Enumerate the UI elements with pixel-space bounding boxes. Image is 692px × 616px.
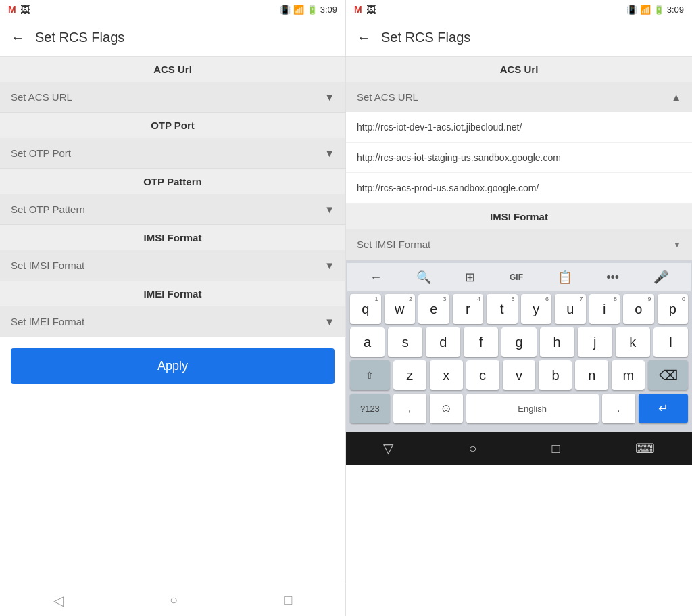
- kb-num-8: 8: [614, 295, 617, 302]
- right-app-bar: ← Set RCS Flags: [346, 19, 692, 57]
- recents-nav-icon[interactable]: □: [284, 592, 292, 608]
- kb-num-0: 0: [682, 295, 685, 302]
- kb-key-y[interactable]: 6y: [521, 294, 552, 324]
- kb-key-l[interactable]: l: [653, 327, 688, 357]
- right-status-right: 📳 📶 🔋 3:09: [626, 5, 684, 15]
- right-imsi-header: IMSI Format: [346, 204, 692, 229]
- kb-clipboard-btn[interactable]: 📋: [552, 267, 578, 287]
- right-imsi-row[interactable]: Set IMSI Format ▼: [346, 229, 692, 260]
- right-panel: M 🖼 📳 📶 🔋 3:09 ← Set RCS Flags ACS Url S…: [346, 0, 692, 616]
- kb-emoji-key[interactable]: ☺: [430, 394, 463, 423]
- kb-enter-key[interactable]: ↵: [639, 394, 688, 423]
- kb-key-e[interactable]: 3e: [418, 294, 449, 324]
- kb-shift-key[interactable]: ⇧: [350, 360, 390, 390]
- back-nav-icon[interactable]: ◁: [53, 592, 64, 609]
- left-status-right: 📳 📶 🔋 3:09: [280, 5, 337, 15]
- kb-key-p[interactable]: 0p: [658, 294, 689, 324]
- right-acs-label: Set ACS URL: [357, 91, 418, 103]
- right-status-icons: M 🖼: [354, 4, 376, 15]
- kb-key-d[interactable]: d: [426, 327, 460, 357]
- otp-port-header: OTP Port: [0, 113, 345, 138]
- acs-option-2[interactable]: http://rcs-acs-iot-staging-us.sandbox.go…: [346, 143, 692, 173]
- otp-port-dropdown[interactable]: Set OTP Port ▼: [0, 138, 345, 169]
- imei-format-dropdown[interactable]: Set IMEI Format ▼: [0, 306, 345, 337]
- kb-row-1: 1q 2w 3e 4r 5t 6y 7u 8i 9o 0p: [347, 294, 691, 324]
- right-back-button[interactable]: ←: [357, 30, 370, 45]
- left-status-icons: M 🖼: [8, 4, 30, 15]
- kb-more-btn[interactable]: •••: [601, 268, 624, 287]
- kb-key-o[interactable]: 9o: [623, 294, 654, 324]
- right-back-nav-icon[interactable]: ▽: [383, 440, 393, 456]
- kb-delete-key[interactable]: ⌫: [648, 360, 688, 390]
- acs-option-3[interactable]: http://rcs-acs-prod-us.sandbox.google.co…: [346, 173, 692, 204]
- imsi-format-dropdown[interactable]: Set IMSI Format ▼: [0, 250, 345, 281]
- kb-num-9: 9: [647, 295, 651, 302]
- kb-key-j[interactable]: j: [578, 327, 612, 357]
- imei-format-placeholder: Set IMEI Format: [11, 316, 84, 327]
- kb-row-2: a s d f g h j k l: [347, 327, 691, 357]
- kb-key-t[interactable]: 5t: [487, 294, 518, 324]
- kb-key-q[interactable]: 1q: [350, 294, 381, 324]
- right-page-title: Set RCS Flags: [381, 30, 470, 45]
- otp-pattern-dropdown[interactable]: Set OTP Pattern ▼: [0, 194, 345, 225]
- apply-button[interactable]: Apply: [11, 348, 335, 384]
- kb-key-b[interactable]: b: [539, 360, 572, 390]
- keyboard: ← 🔍 ⊞ GIF 📋 ••• 🎤 1q 2w 3e 4r 5t 6y 7u 8…: [346, 260, 692, 432]
- right-bottom-nav: ▽ ○ □ ⌨: [346, 432, 692, 465]
- battery-icon: 🔋: [307, 5, 318, 15]
- gmail-icon: M: [8, 4, 16, 15]
- vibrate-icon: 📳: [280, 5, 291, 15]
- right-signal-icon: 📶: [640, 5, 651, 15]
- acs-url-arrow-icon: ▼: [324, 91, 335, 103]
- kb-key-m[interactable]: m: [612, 360, 645, 390]
- kb-key-w[interactable]: 2w: [385, 294, 416, 324]
- kb-sticker-btn[interactable]: ⊞: [460, 267, 480, 287]
- kb-num-4: 4: [477, 295, 480, 302]
- acs-option-1[interactable]: http://rcs-iot-dev-1-acs.iot.jibecloud.n…: [346, 112, 692, 143]
- left-panel: M 🖼 📳 📶 🔋 3:09 ← Set RCS Flags ACS Url S…: [0, 0, 346, 616]
- kb-gif-btn[interactable]: GIF: [504, 270, 528, 285]
- kb-key-c[interactable]: c: [466, 360, 499, 390]
- kb-key-v[interactable]: v: [503, 360, 536, 390]
- kb-key-x[interactable]: x: [430, 360, 463, 390]
- kb-num-7: 7: [579, 295, 583, 302]
- kb-comma-key[interactable]: ,: [393, 394, 426, 423]
- kb-key-h[interactable]: h: [540, 327, 574, 357]
- kb-period-key[interactable]: .: [602, 394, 635, 423]
- kb-key-g[interactable]: g: [501, 327, 536, 357]
- kb-key-n[interactable]: n: [575, 360, 608, 390]
- kb-key-r[interactable]: 4r: [453, 294, 484, 324]
- right-keyboard-nav-icon[interactable]: ⌨: [635, 440, 655, 456]
- kb-key-k[interactable]: k: [616, 327, 650, 357]
- left-app-bar: ← Set RCS Flags: [0, 19, 345, 57]
- right-recents-nav-icon[interactable]: □: [551, 441, 560, 456]
- right-acs-dropdown-trigger[interactable]: Set ACS URL ▲: [346, 82, 692, 112]
- otp-port-arrow-icon: ▼: [324, 147, 335, 159]
- kb-num-5: 5: [511, 295, 514, 302]
- kb-key-s[interactable]: s: [388, 327, 422, 357]
- right-imsi-placeholder: Set IMSI Format: [357, 239, 430, 250]
- kb-space-key[interactable]: English: [466, 394, 599, 423]
- kb-row-4: ?123 , ☺ English . ↵: [347, 394, 691, 423]
- imsi-format-header: IMSI Format: [0, 225, 345, 250]
- kb-num-1: 1: [374, 295, 378, 302]
- kb-key-f[interactable]: f: [464, 327, 498, 357]
- right-battery-icon: 🔋: [653, 5, 664, 15]
- right-image-icon: 🖼: [366, 4, 376, 15]
- kb-key-i[interactable]: 8i: [589, 294, 620, 324]
- right-imsi-arrow-icon: ▼: [673, 240, 681, 250]
- keyboard-toolbar: ← 🔍 ⊞ GIF 📋 ••• 🎤: [347, 263, 691, 291]
- kb-back-btn[interactable]: ←: [364, 268, 387, 287]
- kb-mic-btn[interactable]: 🎤: [648, 267, 674, 287]
- home-nav-icon[interactable]: ○: [170, 592, 178, 608]
- kb-key-a[interactable]: a: [350, 327, 385, 357]
- left-content: ACS Url Set ACS URL ▼ OTP Port Set OTP P…: [0, 57, 345, 584]
- right-home-nav-icon[interactable]: ○: [468, 441, 476, 456]
- kb-search-btn[interactable]: 🔍: [411, 267, 437, 287]
- acs-url-dropdown[interactable]: Set ACS URL ▼: [0, 82, 345, 113]
- kb-key-u[interactable]: 7u: [555, 294, 586, 324]
- kb-key-z[interactable]: z: [393, 360, 426, 390]
- kb-num-toggle-key[interactable]: ?123: [350, 394, 390, 423]
- left-back-button[interactable]: ←: [11, 30, 24, 45]
- right-status-bar: M 🖼 📳 📶 🔋 3:09: [346, 0, 692, 19]
